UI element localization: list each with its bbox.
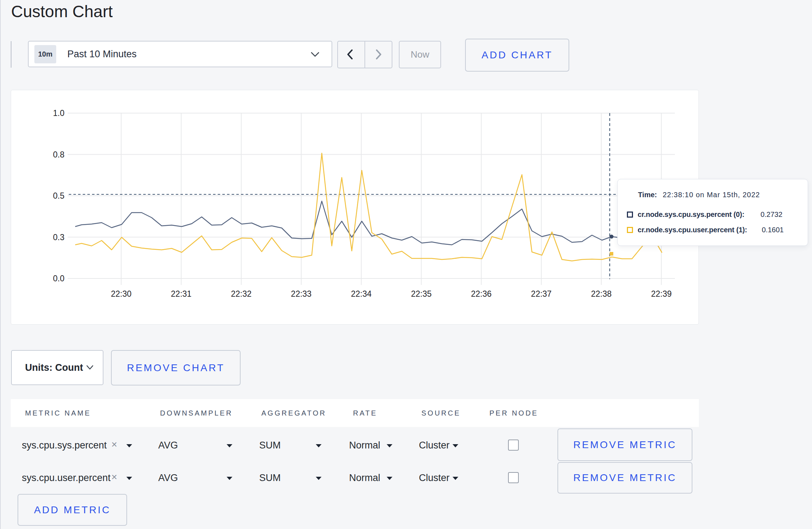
svg-text:22:30: 22:30 [111,289,132,299]
svg-text:0.0: 0.0 [53,274,64,283]
svg-text:22:37: 22:37 [531,289,552,299]
svg-text:0.3: 0.3 [53,233,64,242]
svg-text:0.5: 0.5 [53,191,64,200]
svg-text:22:38: 22:38 [591,289,612,299]
svg-text:22:39: 22:39 [651,289,672,299]
svg-text:22:31: 22:31 [171,289,192,299]
svg-text:1.0: 1.0 [53,108,64,118]
svg-text:22:34: 22:34 [351,289,372,299]
svg-text:22:35: 22:35 [411,289,432,299]
svg-text:22:33: 22:33 [291,289,312,299]
svg-text:0.8: 0.8 [53,150,64,159]
svg-text:22:36: 22:36 [471,289,492,299]
svg-text:22:32: 22:32 [231,289,252,299]
